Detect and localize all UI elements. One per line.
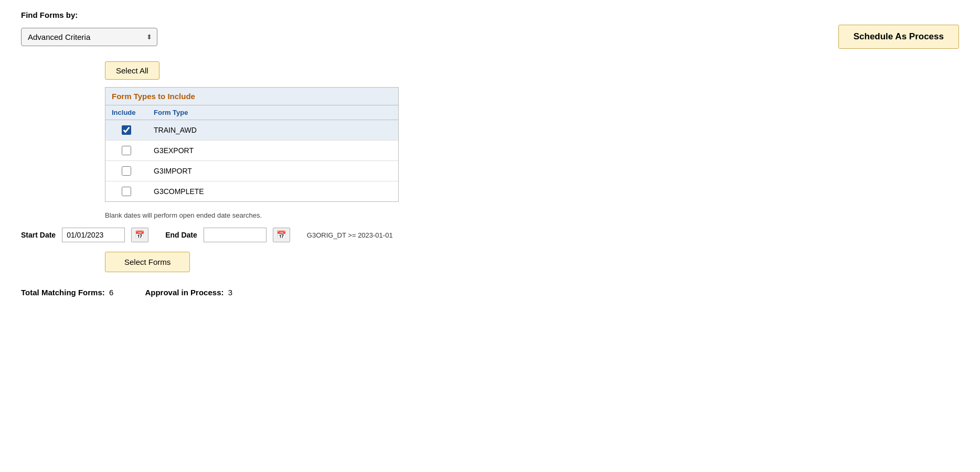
end-date-input[interactable] [204,228,267,242]
start-date-input[interactable] [62,228,125,242]
include-checkbox-cell-3[interactable] [105,161,147,181]
start-date-calendar-button[interactable]: 📅 [131,228,148,242]
start-date-label: Start Date [21,231,56,239]
include-checkbox-g3complete[interactable] [122,187,131,196]
approval-value: 3 [228,288,232,297]
schedule-as-process-button[interactable]: Schedule As Process [838,25,959,49]
formtype-column-header: Form Type [147,105,398,120]
form-types-columns: Include Form Type [105,105,398,120]
criteria-select-wrapper: Advanced Criteria Simple Criteria [21,28,157,46]
include-checkbox-cell-4[interactable] [105,181,147,201]
table-row: G3COMPLETE [105,181,398,201]
include-checkbox-g3import[interactable] [122,166,131,176]
date-row: Start Date 📅 End Date 📅 G3ORIG_DT >= 202… [21,228,959,242]
include-checkbox-g3export[interactable] [122,146,131,155]
table-row: G3EXPORT [105,141,398,161]
criteria-display-text: G3ORIG_DT >= 2023-01-01 [307,231,393,239]
form-types-table: Form Types to Include Include Form Type … [105,87,399,202]
table-row: G3IMPORT [105,161,398,181]
formtype-cell-g3import: G3IMPORT [147,162,398,180]
end-date-label: End Date [165,231,197,239]
table-row: TRAIN_AWD [105,120,398,141]
include-checkbox-cell-2[interactable] [105,141,147,160]
formtype-cell-g3complete: G3COMPLETE [147,182,398,201]
approval-label: Approval in Process: [145,288,223,297]
total-matching-forms: Total Matching Forms: 6 [21,288,113,297]
include-checkbox-train-awd[interactable] [122,125,131,135]
find-forms-label: Find Forms by: [21,10,959,19]
summary-row: Total Matching Forms: 6 Approval in Proc… [21,288,959,297]
total-matching-label: Total Matching Forms: [21,288,105,297]
include-column-header: Include [105,105,147,120]
formtype-cell-g3export: G3EXPORT [147,141,398,160]
select-forms-button[interactable]: Select Forms [105,252,190,272]
include-checkbox-cell-1[interactable] [105,120,147,140]
form-types-header: Form Types to Include [105,88,398,105]
select-all-button[interactable]: Select All [105,61,159,80]
formtype-cell-train-awd: TRAIN_AWD [147,121,398,140]
blank-dates-note: Blank dates will perform open ended date… [105,211,959,219]
end-date-calendar-button[interactable]: 📅 [273,228,290,242]
approval-in-process: Approval in Process: 3 [145,288,232,297]
total-matching-value: 6 [109,288,113,297]
criteria-dropdown[interactable]: Advanced Criteria Simple Criteria [21,28,157,46]
